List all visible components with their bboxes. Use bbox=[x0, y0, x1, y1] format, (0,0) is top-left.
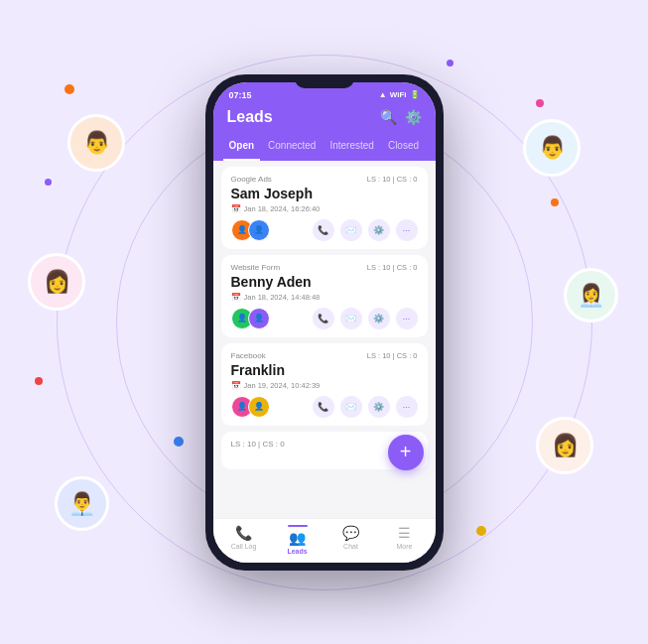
date-text-franklin: Jan 19, 2024, 10:42:39 bbox=[244, 381, 321, 390]
dot-yellow-1 bbox=[476, 526, 486, 536]
status-icons: ▲ WiFi 🔋 bbox=[379, 90, 420, 99]
email-btn-franklin[interactable]: ✉️ bbox=[340, 396, 362, 418]
score-benny: LS : 10 | CS : 0 bbox=[367, 263, 418, 272]
leads-label: Leads bbox=[287, 548, 307, 555]
float-avatar-5: 👩‍💼 bbox=[564, 268, 618, 322]
email-btn-benny[interactable]: ✉️ bbox=[340, 308, 362, 329]
nav-chat[interactable]: 💬 Chat bbox=[324, 525, 378, 555]
leads-content: Google Ads LS : 10 | CS : 0 Sam Joseph 📅… bbox=[213, 161, 436, 518]
dot-pink-1 bbox=[536, 99, 544, 107]
date-benny: 📅 Jan 18, 2024, 14:48:48 bbox=[231, 293, 418, 302]
leads-icon: 👥 bbox=[289, 530, 306, 546]
app-header: Leads 🔍 ⚙️ bbox=[213, 104, 436, 136]
dot-orange-2 bbox=[551, 198, 559, 206]
footer-benny: 👤 👤 📞 ✉️ ⚙️ ··· bbox=[231, 308, 418, 329]
calendar-icon-sam: 📅 bbox=[231, 204, 241, 213]
avatar-sam-2: 👤 bbox=[248, 219, 270, 241]
tab-open[interactable]: Open bbox=[223, 136, 261, 161]
calendar-icon-benny: 📅 bbox=[231, 293, 241, 302]
phone-screen: 07:15 ▲ WiFi 🔋 Leads 🔍 ⚙️ Open Connected… bbox=[213, 82, 436, 563]
calllog-icon: 📞 bbox=[235, 525, 252, 541]
date-text-benny: Jan 18, 2024, 14:48:48 bbox=[244, 293, 321, 302]
tab-interested[interactable]: Interested bbox=[324, 136, 379, 161]
card-top-sam: Google Ads LS : 10 | CS : 0 bbox=[231, 175, 418, 184]
nav-more[interactable]: ☰ More bbox=[378, 525, 432, 555]
dot-purple-1 bbox=[45, 179, 52, 186]
phone-notch bbox=[295, 74, 354, 88]
chat-label: Chat bbox=[343, 543, 358, 550]
tabs-bar: Open Connected Interested Closed bbox=[213, 136, 436, 161]
footer-franklin: 👤 👤 📞 ✉️ ⚙️ ··· bbox=[231, 396, 418, 418]
more-label: More bbox=[397, 543, 413, 550]
call-btn-benny[interactable]: 📞 bbox=[313, 308, 334, 329]
nav-leads-indicator bbox=[288, 525, 308, 527]
score-sam: LS : 10 | CS : 0 bbox=[367, 175, 418, 184]
bottom-nav: 📞 Call Log 👥 Leads 💬 Chat ☰ More bbox=[213, 518, 436, 563]
nav-leads[interactable]: 👥 Leads bbox=[271, 525, 324, 555]
search-icon[interactable]: 🔍 bbox=[380, 109, 397, 125]
avatars-benny: 👤 👤 bbox=[231, 308, 270, 329]
avatar-franklin-2: 👤 bbox=[248, 396, 270, 418]
phone-frame: 07:15 ▲ WiFi 🔋 Leads 🔍 ⚙️ Open Connected… bbox=[205, 74, 444, 571]
calllog-label: Call Log bbox=[231, 543, 257, 550]
header-icons: 🔍 ⚙️ bbox=[380, 109, 422, 125]
partial-score: LS : 10 | CS : 0 bbox=[231, 440, 285, 449]
app-title: Leads bbox=[227, 108, 273, 126]
call-btn-franklin[interactable]: 📞 bbox=[313, 396, 334, 418]
name-benny: Benny Aden bbox=[231, 274, 418, 290]
settings-btn-benny[interactable]: ⚙️ bbox=[368, 308, 390, 329]
actions-franklin: 📞 ✉️ ⚙️ ··· bbox=[313, 396, 418, 418]
float-avatar-2: 👩 bbox=[28, 253, 85, 311]
lead-card-benny: Website Form LS : 10 | CS : 0 Benny Aden… bbox=[221, 255, 428, 337]
status-time: 07:15 bbox=[229, 90, 252, 100]
source-benny: Website Form bbox=[231, 263, 281, 272]
date-sam: 📅 Jan 18, 2024, 16:26:40 bbox=[231, 204, 418, 213]
source-franklin: Facebook bbox=[231, 351, 266, 360]
card-top-franklin: Facebook LS : 10 | CS : 0 bbox=[231, 351, 418, 360]
avatars-franklin: 👤 👤 bbox=[231, 396, 270, 418]
filter-icon[interactable]: ⚙️ bbox=[405, 109, 422, 125]
avatar-benny-2: 👤 bbox=[248, 308, 270, 329]
dot-red-1 bbox=[35, 377, 43, 385]
settings-btn-franklin[interactable]: ⚙️ bbox=[368, 396, 390, 418]
more-btn-franklin[interactable]: ··· bbox=[396, 396, 418, 418]
tab-connected[interactable]: Connected bbox=[262, 136, 322, 161]
settings-btn-sam[interactable]: ⚙️ bbox=[368, 219, 390, 241]
actions-sam: 📞 ✉️ ⚙️ ··· bbox=[313, 219, 418, 241]
wifi-icon: WiFi bbox=[390, 90, 407, 99]
float-avatar-1: 👨 bbox=[67, 114, 125, 172]
lead-card-franklin: Facebook LS : 10 | CS : 0 Franklin 📅 Jan… bbox=[221, 343, 428, 426]
tab-closed[interactable]: Closed bbox=[382, 136, 425, 161]
calendar-icon-franklin: 📅 bbox=[231, 381, 241, 390]
more-btn-sam[interactable]: ··· bbox=[396, 219, 418, 241]
add-lead-fab[interactable]: + bbox=[388, 435, 424, 470]
email-btn-sam[interactable]: ✉️ bbox=[340, 219, 362, 241]
card-top-benny: Website Form LS : 10 | CS : 0 bbox=[231, 263, 418, 272]
dot-orange-1 bbox=[65, 84, 74, 94]
more-icon: ☰ bbox=[398, 525, 411, 541]
battery-icon: 🔋 bbox=[410, 90, 420, 99]
score-franklin: LS : 10 | CS : 0 bbox=[367, 351, 418, 360]
footer-sam: 👤 👤 📞 ✉️ ⚙️ ··· bbox=[231, 219, 418, 241]
name-franklin: Franklin bbox=[231, 362, 418, 378]
more-btn-benny[interactable]: ··· bbox=[396, 308, 418, 329]
nav-calllog[interactable]: 📞 Call Log bbox=[217, 525, 271, 555]
lead-card-sam: Google Ads LS : 10 | CS : 0 Sam Joseph 📅… bbox=[221, 167, 428, 249]
dot-blue-1 bbox=[174, 437, 184, 447]
dot-purple-2 bbox=[447, 60, 454, 66]
float-avatar-3: 👨‍💼 bbox=[55, 476, 109, 531]
date-text-sam: Jan 18, 2024, 16:26:40 bbox=[244, 204, 321, 213]
date-franklin: 📅 Jan 19, 2024, 10:42:39 bbox=[231, 381, 418, 390]
call-btn-sam[interactable]: 📞 bbox=[313, 219, 334, 241]
float-avatar-6: 👩 bbox=[536, 417, 593, 474]
avatars-sam: 👤 👤 bbox=[231, 219, 270, 241]
float-avatar-4: 👨 bbox=[523, 119, 581, 177]
chat-icon: 💬 bbox=[342, 525, 359, 541]
actions-benny: 📞 ✉️ ⚙️ ··· bbox=[313, 308, 418, 329]
source-sam: Google Ads bbox=[231, 175, 272, 184]
signal-icon: ▲ bbox=[379, 90, 387, 99]
name-sam: Sam Joseph bbox=[231, 186, 418, 201]
